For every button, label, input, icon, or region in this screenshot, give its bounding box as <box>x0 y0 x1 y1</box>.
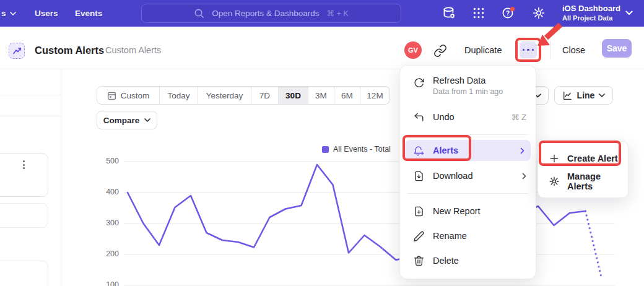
date-range-7d[interactable]: 7D <box>251 87 278 104</box>
menu-divider <box>407 193 528 194</box>
menu-item-label: Download <box>433 171 473 181</box>
more-options-menu: Refresh Data Data from 1 min ago Undo ⌘ … <box>399 65 536 279</box>
top-navigation-bar: s Users Events Open Reports & Dashboards… <box>0 0 644 27</box>
insights-report-icon <box>9 43 25 59</box>
menu-item-label: Undo <box>433 112 455 122</box>
y-axis-tick-label: 400 <box>93 188 119 196</box>
menu-item-label: Delete <box>433 256 459 266</box>
submenu-item-label: Manage Alerts <box>567 171 619 191</box>
file-plus-icon <box>413 206 425 217</box>
header-divider <box>550 41 550 59</box>
menu-divider <box>407 134 528 135</box>
y-axis-tick-label: 300 <box>93 219 119 227</box>
download-icon <box>413 170 425 182</box>
compare-button[interactable]: Compare <box>97 111 157 129</box>
y-axis-tick-label: 200 <box>93 249 119 258</box>
trash-icon <box>413 255 425 267</box>
alerts-submenu: Create Alert Manage Alerts <box>537 141 629 198</box>
chevron-right-icon <box>522 173 526 180</box>
date-range-today[interactable]: Today <box>159 87 198 104</box>
report-header: Custom Alerts Custom Alerts GV Duplicate… <box>0 27 644 69</box>
legend-label: All Events - Total <box>333 145 391 154</box>
apps-grid-icon[interactable] <box>472 6 485 20</box>
avatar[interactable]: GV <box>404 41 422 59</box>
project-switcher[interactable]: iOS Dashboard All Project Data <box>562 3 620 22</box>
date-range-selector: Custom Today Yesterday 7D 30D 3M 6M 12M <box>97 86 390 105</box>
chart-type-button[interactable]: Line <box>554 86 613 105</box>
legend-swatch <box>322 146 329 153</box>
menu-item-label: Refresh Data <box>433 76 503 85</box>
close-button[interactable]: Close <box>562 45 585 55</box>
menu-item-delete[interactable]: Delete <box>400 248 536 273</box>
menu-item-sublabel: Data from 1 min ago <box>433 87 503 96</box>
date-range-12m[interactable]: 12M <box>360 87 389 104</box>
app-window: 500400300200100 All Events - Total s Use… <box>0 0 644 286</box>
duplicate-button[interactable]: Duplicate <box>464 45 502 55</box>
refresh-icon <box>413 77 425 89</box>
date-range-30d[interactable]: 30D <box>278 87 308 104</box>
submenu-item-manage-alerts[interactable]: Manage Alerts <box>538 170 628 193</box>
pencil-icon <box>413 230 425 242</box>
chevron-down-icon <box>10 12 16 15</box>
date-range-3m[interactable]: 3M <box>308 87 334 104</box>
menu-item-alerts[interactable]: Alerts <box>405 140 531 161</box>
y-axis-tick-label: 500 <box>93 157 119 165</box>
menu-item-refresh-data[interactable]: Refresh Data Data from 1 min ago <box>400 72 536 105</box>
save-button[interactable]: Save <box>602 39 632 58</box>
nav-item-events[interactable]: Events <box>75 9 102 18</box>
date-range-6m[interactable]: 6M <box>334 87 360 104</box>
share-link-icon[interactable] <box>433 44 447 58</box>
chevron-down-icon <box>599 93 605 97</box>
date-range-yesterday[interactable]: Yesterday <box>198 87 251 104</box>
search-icon <box>194 8 204 19</box>
date-range-custom[interactable]: Custom <box>97 87 159 104</box>
breadcrumb: Custom Alerts <box>105 45 161 55</box>
search-placeholder: Open Reports & Dashboards <box>212 9 319 18</box>
menu-item-label: Rename <box>433 231 467 241</box>
calendar-icon <box>107 91 116 100</box>
notification-dot <box>510 7 515 11</box>
project-scope: All Project Data <box>562 14 620 22</box>
y-axis-tick-label: 100 <box>93 280 119 286</box>
chevron-right-icon <box>520 147 524 154</box>
submenu-item-create-alert[interactable]: Create Alert <box>538 147 628 170</box>
chevron-down-icon <box>144 118 150 122</box>
undo-icon <box>413 111 425 123</box>
bell-plus-icon <box>413 145 425 157</box>
chevron-down-icon[interactable] <box>625 11 633 15</box>
nav-item-users[interactable]: Users <box>35 9 58 18</box>
menu-item-label: Alerts <box>433 145 458 155</box>
plus-icon <box>549 153 560 164</box>
line-chart-icon <box>562 90 573 101</box>
chart-series-dotted <box>586 211 602 277</box>
global-search-input[interactable]: Open Reports & Dashboards ⌘ + K <box>141 4 401 23</box>
project-name: iOS Dashboard <box>562 3 620 14</box>
page-title: Custom Alerts <box>35 45 104 56</box>
data-management-icon[interactable] <box>442 6 456 20</box>
submenu-item-label: Create Alert <box>567 154 618 163</box>
menu-item-undo[interactable]: Undo ⌘ Z <box>400 105 536 129</box>
gear-icon <box>549 176 560 187</box>
nav-item-partial[interactable]: s <box>1 9 16 18</box>
gear-icon[interactable] <box>532 6 546 20</box>
menu-item-rename[interactable]: Rename <box>400 223 536 248</box>
svg-text:?: ? <box>506 10 510 17</box>
menu-item-download[interactable]: Download <box>400 163 536 188</box>
help-icon[interactable]: ? <box>502 6 515 20</box>
more-options-button[interactable] <box>520 41 537 58</box>
menu-item-shortcut: ⌘ Z <box>511 113 526 122</box>
chart-legend[interactable]: All Events - Total <box>322 145 391 154</box>
menu-item-new-report[interactable]: New Report <box>400 199 536 223</box>
menu-item-label: New Report <box>433 206 481 216</box>
search-shortcut: ⌘ + K <box>327 9 349 18</box>
